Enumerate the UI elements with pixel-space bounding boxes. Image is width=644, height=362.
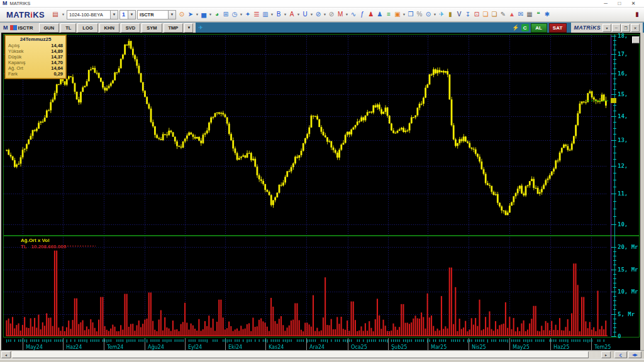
line-chart-icon[interactable]: ∿ xyxy=(349,8,358,21)
chart-window-actions: ⚡ C AL SAT MATRiKS ▾─❐✕ xyxy=(512,23,644,33)
minimize-button[interactable]: ─ xyxy=(599,1,613,6)
font-color-icon[interactable]: A xyxy=(287,8,296,21)
calculator-icon[interactable]: ▦ xyxy=(525,8,534,21)
chart-menu-khn[interactable]: KHN xyxy=(99,23,119,33)
ohlc-info-box: 24Temmuz25 Açılış14,48Yüksek14,89Düşük14… xyxy=(5,35,66,79)
maximize-button[interactable]: □ xyxy=(613,1,626,6)
save-icon[interactable]: ▤ xyxy=(51,8,60,21)
sell-button[interactable]: SAT xyxy=(549,23,567,33)
chart-menu-svd[interactable]: SVD xyxy=(121,23,140,33)
pin-button[interactable]: ▾ xyxy=(602,24,611,32)
close-button[interactable]: ✕ xyxy=(626,1,640,6)
settings-icon[interactable]: ✱ xyxy=(543,8,552,21)
notebook-icon[interactable]: ▮ xyxy=(446,8,455,21)
mail-icon[interactable]: ✉ xyxy=(516,8,525,21)
chart-scrollbar: ◂ ▸ ς ◂▸ xyxy=(0,350,644,359)
chart-symbol-label: ISCTR xyxy=(18,25,38,31)
bar-navigation-button[interactable]: ◂▸ xyxy=(628,351,641,358)
portfolio-icon[interactable]: ▣ xyxy=(393,8,402,21)
chart-menu-gun[interactable]: GUN xyxy=(39,23,60,33)
close-chart-button[interactable]: ✕ xyxy=(631,24,640,32)
chart-menu-log[interactable]: LOG xyxy=(77,23,97,33)
alarm-icon[interactable]: ▲ xyxy=(508,8,516,21)
time-sales-icon-dropdown[interactable]: ▼ xyxy=(239,13,243,16)
twitter-icon[interactable]: ✈ xyxy=(437,8,446,21)
twitter-icon[interactable]: ✈ xyxy=(198,25,203,31)
chart-menu-tl[interactable]: TL xyxy=(60,23,76,33)
time-sales-icon[interactable]: ◷ xyxy=(230,8,239,21)
zoom-icon[interactable]: ⊙ xyxy=(177,8,186,21)
pane-settings-button[interactable] xyxy=(632,36,640,43)
edge-icon[interactable]: ▮ xyxy=(633,8,641,21)
toolbar-icons: ⊙➤▼▅▼◕⊞◷▼✦☰▥▼B▼A▼U▼⊘▼⊘M▼∿ƒ♟♟≡▣▼❐%⊙▼✈▮V↧⊡… xyxy=(177,8,552,21)
chevron-down-icon[interactable]: ▼ xyxy=(110,11,118,19)
info-row-aort: Ağ. Ort14,64 xyxy=(8,65,63,71)
scroll-right-button[interactable]: ▸ xyxy=(601,351,611,358)
page-select[interactable]: 1▼ xyxy=(119,10,136,19)
v-icon[interactable]: V xyxy=(455,8,464,21)
chart-canvas[interactable] xyxy=(0,33,644,350)
buy-button[interactable]: AL xyxy=(531,23,547,33)
traffic-light-icon[interactable]: ≡ xyxy=(384,8,393,21)
pie-chart-icon[interactable]: ◕ xyxy=(213,8,221,21)
user-icon[interactable]: ♟ xyxy=(367,8,375,21)
function-icon[interactable]: ƒ xyxy=(358,8,367,21)
scroll-track[interactable] xyxy=(589,351,601,358)
matriks-logo-button[interactable]: ς xyxy=(614,351,627,358)
pointer-icon[interactable]: ➤ xyxy=(186,8,195,21)
bold-icon[interactable]: B xyxy=(274,8,283,21)
matriks-tv-icon-dropdown[interactable]: ▼ xyxy=(345,13,349,16)
volume-indicator-label: Ağ.Ort x Vol xyxy=(21,238,50,243)
info-box-date: 24Temmuz25 xyxy=(8,36,63,42)
underline-icon-dropdown[interactable]: ▼ xyxy=(309,13,314,16)
no-overlay-icon-dropdown[interactable]: ▼ xyxy=(323,13,327,16)
chart-area: 24Temmuz25 Açılış14,48Yüksek14,89Düşük14… xyxy=(0,33,644,350)
users-icon[interactable]: ♟ xyxy=(375,8,384,21)
bold-icon-dropdown[interactable]: ▼ xyxy=(283,13,287,16)
minimize-chart-button[interactable]: ─ xyxy=(612,24,621,32)
copy-icon[interactable]: ❐ xyxy=(406,8,415,21)
chevron-down-icon[interactable]: ▼ xyxy=(128,11,135,19)
market-overview-icon[interactable]: ✦ xyxy=(243,8,252,21)
symbol-input[interactable]: ISCTR▼ xyxy=(137,10,176,19)
ledger-icon-dropdown[interactable]: ▼ xyxy=(270,13,274,16)
pointer-icon-dropdown[interactable]: ▼ xyxy=(195,13,199,16)
chart-window-logo-icon: M xyxy=(1,25,10,31)
restore-chart-button[interactable]: ❐ xyxy=(621,24,630,32)
c-button[interactable]: C xyxy=(521,24,529,31)
draw-icon[interactable]: ✎ xyxy=(499,8,508,21)
layout-icon[interactable]: ❏ xyxy=(490,8,499,21)
info-row-al: Açılış14,48 xyxy=(8,43,63,48)
chart-menu-sym[interactable]: SYM xyxy=(142,23,162,33)
no-overlay-icon[interactable]: ⊘ xyxy=(314,8,323,21)
page-value: 1 xyxy=(120,11,128,18)
matriks-tv-icon[interactable]: M xyxy=(336,8,345,21)
chart-export-icon[interactable]: ↧ xyxy=(464,8,472,21)
workspace-select[interactable]: 1024-100-BEYA▼ xyxy=(67,10,118,19)
ledger-icon[interactable]: ▥ xyxy=(261,8,270,21)
search-icon-dropdown[interactable]: ▼ xyxy=(433,13,437,16)
depth-icon[interactable]: ☰ xyxy=(252,8,261,21)
save-dropdown-icon[interactable]: ▼ xyxy=(61,13,65,16)
scroll-thumb[interactable] xyxy=(12,351,589,358)
symbol-value: ISCTR xyxy=(138,12,168,18)
clear-icon[interactable]: ⊘ xyxy=(327,8,336,21)
chart-type-icon[interactable]: ▅ xyxy=(199,8,208,21)
matriks-application: M MATRIKS ─□✕ MATRiKS ▤▼ 1024-100-BEYA▼ … xyxy=(0,0,644,362)
new-window-icon[interactable]: ❏ xyxy=(481,8,490,21)
chart-menu-tmp[interactable]: TMP xyxy=(164,23,184,33)
chart-window-titlebar: M ISCTR GUNTLLOGKHNSVDSYMTMP ▼ ✈ ⚡ C AL … xyxy=(0,22,644,33)
portfolio-icon-dropdown[interactable]: ▼ xyxy=(402,13,406,16)
font-color-icon-dropdown[interactable]: ▼ xyxy=(296,13,301,16)
chevron-down-icon[interactable]: ▼ xyxy=(168,11,175,19)
flash-order-icon[interactable]: ⚡ xyxy=(512,25,519,31)
chart-type-icon-dropdown[interactable]: ▼ xyxy=(208,13,213,16)
ratio-icon[interactable]: % xyxy=(415,8,424,21)
screen-share-icon[interactable]: ⊡ xyxy=(472,8,481,21)
scroll-left-button[interactable]: ◂ xyxy=(1,351,11,358)
chat-icon[interactable]: ❝ xyxy=(534,8,543,21)
search-icon[interactable]: ⊙ xyxy=(424,8,433,21)
underline-icon[interactable]: U xyxy=(301,8,309,21)
chart-menu-dropdown-icon[interactable]: ▼ xyxy=(184,23,193,33)
quote-screen-icon[interactable]: ⊞ xyxy=(221,8,230,21)
